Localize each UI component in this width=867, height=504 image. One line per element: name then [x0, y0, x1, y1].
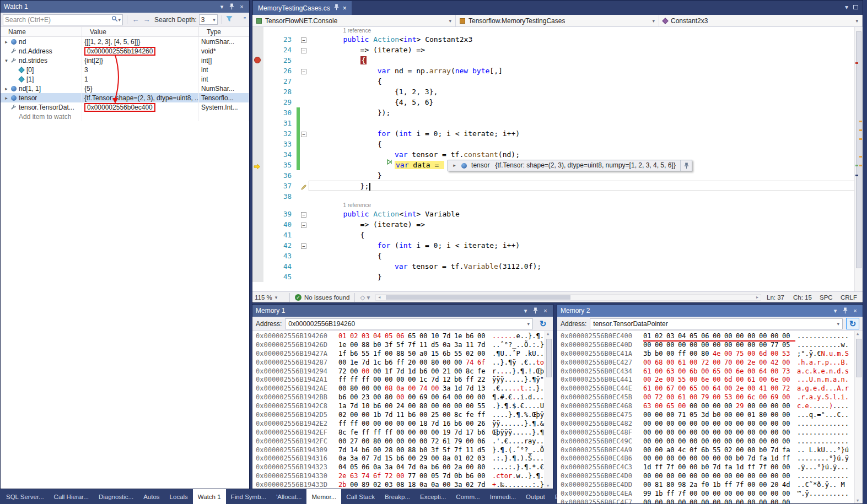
memory1-hex-view[interactable]: 0x000002556B1942600102030405066500107d1e… — [252, 331, 553, 489]
code-line[interactable]: 23−public Action<int> Constant2x3 — [252, 34, 863, 45]
memory-row[interactable]: 0x000002556B0EC4686300650000000000290000… — [561, 402, 863, 411]
fold-collapse-icon[interactable]: − — [301, 132, 306, 137]
datatip[interactable]: ▸tensor{tf.Tensor: shape=(2, 3), dtype=u… — [448, 160, 692, 171]
code-line[interactable]: 24−=> (iterate) => — [252, 45, 863, 55]
memory1-scrollbar[interactable]: ▲ ▼ — [545, 331, 553, 489]
bottom-tab-breakp[interactable]: Breakp... — [380, 489, 415, 504]
memory-row[interactable]: 0x000002556B0EC40D0000000000000000000000… — [561, 341, 863, 350]
bottom-tab-autos[interactable]: Autos — [138, 489, 164, 504]
memory-row[interactable]: 0x000002556B194287001e7d1cb6ff2000800000… — [256, 359, 553, 367]
memory-row[interactable]: 0x000002556B0EC41A3bb000ff00804e0075006d… — [561, 350, 863, 359]
memory-row[interactable]: 0x000002556B0EC47500000071053db000000180… — [561, 411, 863, 420]
memory-row[interactable]: 0x000002556B1942E2ffff0000000000187d16b6… — [256, 420, 553, 429]
scrollbar-thumb[interactable] — [546, 339, 552, 377]
memory-row[interactable]: 0x000002556B1942C81a7d10b600240080000000… — [256, 402, 553, 411]
breakpoint-icon[interactable] — [254, 57, 261, 63]
code-line[interactable]: 42−for (int i = 0; i < iterate; i++) — [252, 240, 863, 251]
chevron-down-icon[interactable]: ▾ — [845, 3, 848, 11]
close-icon[interactable]: × — [541, 305, 550, 317]
search-depth-select[interactable]: 3 ▾ — [199, 14, 218, 25]
document-tab[interactable]: MemoryTestingCases.cs × — [253, 1, 352, 15]
memory-row[interactable]: 0x000002556B0EC4820000000000000000000000… — [561, 420, 863, 429]
code-line[interactable]: 35var data = ▸tensor{tf.Tensor: shape=(2… — [252, 160, 863, 170]
toolbar-overflow-icon[interactable]: ” — [244, 16, 247, 24]
code-line[interactable]: 38 — [252, 191, 863, 202]
fold-collapse-icon[interactable]: − — [301, 48, 306, 53]
pin-icon[interactable] — [841, 305, 849, 317]
back-arrow-icon[interactable]: ← — [131, 15, 140, 24]
code-line[interactable]: 34var tensor = tf.constant(nd); — [252, 149, 863, 160]
code-line[interactable]: 41{ — [252, 230, 863, 240]
breadcrumb-project[interactable]: TensorFlowNET.Console▾ — [252, 15, 456, 26]
memory-row[interactable]: 0x000002556B1942A1ffffff000000001c7d12b6… — [256, 376, 553, 384]
forward-arrow-icon[interactable]: → — [142, 15, 151, 24]
close-icon[interactable]: × — [238, 1, 246, 13]
memory2-hex-view[interactable]: 0x000002556B0EC4000102030405060000000000… — [557, 331, 863, 503]
pin-icon[interactable] — [531, 305, 540, 317]
memory-row[interactable]: 0x000002556B1943302e63746f72007700057d0b… — [256, 472, 553, 481]
bottom-tab-output[interactable]: Output — [521, 489, 550, 504]
address-input[interactable] — [288, 320, 525, 328]
bottom-tab-allocat[interactable]: 'Allocat... — [271, 489, 306, 504]
memory-row[interactable]: 0x000002556B0EC4EA991bff7f00000000000000… — [561, 490, 863, 498]
fold-collapse-icon[interactable]: − — [301, 243, 306, 249]
pin-icon[interactable] — [680, 160, 689, 171]
search-input[interactable] — [5, 16, 111, 24]
window-layout-icon[interactable] — [853, 5, 858, 9]
code-line[interactable]: 30}); — [252, 107, 863, 118]
memory-row[interactable]: 0x000002556B1942EF8cfeffffff00000000197d… — [256, 429, 553, 437]
pin-icon[interactable] — [334, 4, 339, 12]
bottom-tab-error-list[interactable]: Error List — [550, 489, 557, 504]
memory-row[interactable]: 0x000002556B0EC4D00000000000000000000000… — [561, 472, 863, 481]
memory-row[interactable]: 0x000002556B19426D1e0088b03f5f7f11d50a3a… — [256, 341, 553, 350]
chevron-down-icon[interactable]: ▾ — [527, 321, 530, 327]
code-line[interactable]: 33{ — [252, 139, 863, 149]
bottom-tab-diagnostic[interactable]: Diagnostic... — [94, 489, 138, 504]
bottom-tab-comm[interactable]: Comm... — [451, 489, 484, 504]
memory-row[interactable]: 0x000002556B0EC441002e0055006e006d006100… — [561, 376, 863, 384]
memory-row[interactable]: 0x000002556B0EC49C0000000000000000000000… — [561, 437, 863, 446]
bottom-tab-watch-1[interactable]: Watch 1 — [193, 489, 226, 504]
chevron-down-icon[interactable]: ▾ — [521, 305, 530, 317]
code-line[interactable]: 31 — [252, 118, 863, 128]
memory-row[interactable]: 0x000002556B1943230405060a3a047d0ab6002a… — [256, 463, 553, 472]
watch-row[interactable]: nd.Address0x000002556b194260void* — [1, 46, 249, 56]
code-line[interactable]: 39−public Action<int> Variable — [252, 209, 863, 219]
memory-row[interactable]: 0x000002556B1942D50200001b7d11b60025008c… — [256, 411, 553, 420]
bottom-tab-call-stack[interactable]: Call Stack — [341, 489, 380, 504]
memory-row[interactable]: 0x000002556B1943097d14b600280088b03f5f7f… — [256, 446, 553, 455]
codelens-references[interactable]: 1 reference — [309, 27, 863, 34]
watch-row[interactable]: [1]1int — [1, 74, 249, 84]
fold-collapse-icon[interactable]: − — [301, 212, 306, 218]
scroll-right-arrow-icon[interactable]: ▸ — [754, 295, 761, 300]
memory-row[interactable]: 0x000002556B1942AE00800000080a0074003a1d… — [256, 384, 553, 393]
editor-horizontal-scrollbar[interactable]: ◂ ▸ — [375, 294, 761, 301]
watch-row[interactable]: ▸nd[1, 1]{5}NumShar... — [1, 84, 249, 93]
scrollbar-thumb[interactable] — [856, 339, 861, 377]
code-line[interactable]: 32−for (int i = 0; i < iterate; i++) — [252, 128, 863, 139]
bottom-tab-excepti[interactable]: Excepti... — [415, 489, 451, 504]
watch-row[interactable]: ▾nd.strides{int[2]}int[] — [1, 56, 249, 65]
scrollbar-thumb[interactable] — [386, 295, 570, 300]
watch-column-header[interactable]: Name — [1, 27, 82, 36]
breadcrumb-method[interactable]: Constant2x3▾ — [659, 15, 863, 26]
search-icon[interactable] — [111, 15, 118, 24]
collapsed-expander-icon[interactable]: ▸ — [3, 86, 10, 91]
bottom-tab-locals[interactable]: Locals — [165, 489, 193, 504]
refresh-icon[interactable]: ↻ — [846, 318, 859, 329]
bottom-tab-find-symb[interactable]: Find Symb... — [226, 489, 272, 504]
memory-row[interactable]: 0x000002556B0EC4000102030405060000000000… — [561, 332, 863, 341]
memory-row[interactable]: 0x000002556B0EC4B60000000000000000b07dfa… — [561, 454, 863, 463]
chevron-down-icon[interactable]: ▾ — [831, 305, 839, 317]
chevron-down-icon[interactable]: ▾ — [218, 1, 226, 13]
filter-icon[interactable] — [226, 15, 233, 24]
memory-row[interactable]: 0x000002556B0EC44E61006700650064002e0041… — [561, 384, 863, 393]
memory-row[interactable]: 0x000002556B0EC4DD008180982af01bff7f0000… — [561, 481, 863, 490]
memory-row[interactable]: 0x000002556B19433D2b0089020308180a0a003a… — [256, 481, 553, 489]
memory-row[interactable]: 0x000002556B1943160a3a077d15b60029008a01… — [256, 454, 553, 463]
memory2-scrollbar[interactable]: ▲ ▼ — [854, 331, 863, 503]
zoom-select[interactable]: 115 % ▾ — [255, 294, 284, 301]
code-line[interactable]: 26−var nd = np.array(new byte[,] — [252, 66, 863, 76]
memory-row[interactable]: 0x000002556B19427A1fb6551f008850a0156b55… — [256, 350, 553, 359]
watch-column-header[interactable]: Value — [82, 27, 199, 36]
